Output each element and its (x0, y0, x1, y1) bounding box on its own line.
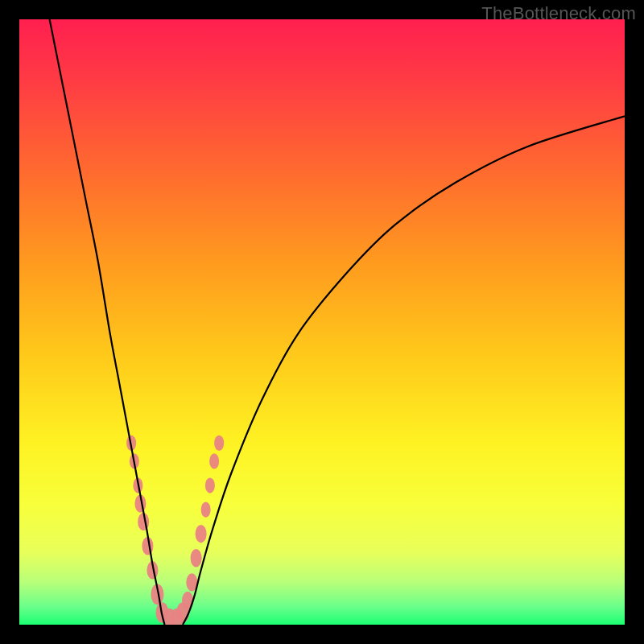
chart-frame: TheBottleneck.com (0, 0, 644, 644)
plot-area (19, 19, 625, 625)
data-marker (209, 453, 219, 469)
data-marker (214, 436, 224, 451)
data-marker (201, 502, 211, 518)
data-marker (191, 549, 202, 567)
marker-layer (126, 436, 224, 625)
curves-svg (19, 19, 625, 625)
left-branch-curve (50, 19, 165, 625)
watermark-text: TheBottleneck.com (481, 3, 636, 24)
right-branch-curve (183, 116, 625, 625)
data-marker (205, 477, 215, 493)
data-marker (196, 525, 207, 543)
